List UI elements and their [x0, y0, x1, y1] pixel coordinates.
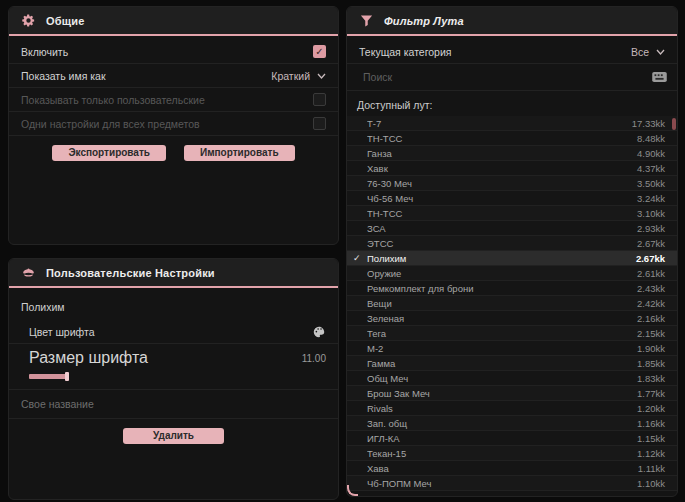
panel-corner-accent: [347, 485, 358, 496]
custom-name-input[interactable]: [9, 390, 338, 418]
category-dropdown[interactable]: Все: [631, 46, 665, 58]
panel-custom-title: Пользовательские Настройки: [46, 267, 215, 279]
loot-item-name: Оружие: [367, 268, 637, 279]
delete-row: Удалить: [9, 419, 338, 452]
loot-row[interactable]: Гамма1.85kk: [347, 356, 677, 371]
export-import-row: Экспортировать Импортировать: [9, 136, 338, 169]
category-row: Текущая категория Все: [347, 40, 677, 64]
loot-item-name: Ремкомплект для брони: [367, 283, 637, 294]
loot-row[interactable]: Тега2.15kk: [347, 326, 677, 341]
category-value: Все: [631, 46, 649, 58]
keyboard-icon[interactable]: [652, 72, 667, 82]
only-custom-row: Показывать только пользовательские: [9, 88, 338, 112]
search-input[interactable]: [347, 64, 652, 90]
slider-fill: [29, 374, 67, 379]
loot-item-value: 1.12kk: [637, 448, 665, 459]
loot-row[interactable]: Хавк4.37kk: [347, 161, 677, 176]
panel-general-header: Общие: [9, 7, 338, 36]
panel-custom-header: Пользовательские Настройки: [9, 259, 338, 288]
enable-label: Включить: [21, 46, 68, 58]
loot-row[interactable]: Вещи2.42kk: [347, 296, 677, 311]
loot-row[interactable]: Оружие2.61kk: [347, 266, 677, 281]
loot-item-value: 2.16kk: [637, 313, 665, 324]
loot-row[interactable]: Чб-56 Меч3.24kk: [347, 191, 677, 206]
show-name-dropdown[interactable]: Краткий: [271, 70, 326, 82]
single-settings-label: Одни настройки для всех предметов: [21, 118, 200, 130]
loot-item-name: Полихим: [367, 253, 636, 264]
import-button[interactable]: Импортировать: [184, 145, 295, 161]
loot-row[interactable]: ИГЛ-КА1.15kk: [347, 431, 677, 446]
single-settings-row: Одни настройки для всех предметов: [9, 112, 338, 136]
loot-item-value: 17.33kk: [632, 118, 665, 129]
loot-item-name: Ганза: [367, 148, 637, 159]
scrollbar-thumb[interactable]: [672, 118, 676, 130]
loot-row[interactable]: Хава1.11kk: [347, 461, 677, 476]
loot-row[interactable]: М-21.90kk: [347, 341, 677, 356]
loot-item-value: 8.48kk: [637, 133, 665, 144]
loot-item-value: 2.15kk: [637, 328, 665, 339]
loot-row[interactable]: Текан-151.12kk: [347, 446, 677, 461]
loot-item-name: ЭТСС: [367, 238, 637, 249]
loot-item-name: ТН-ТСС: [367, 208, 637, 219]
loot-row[interactable]: Rivals1.20kk: [347, 401, 677, 416]
show-name-value: Краткий: [271, 70, 310, 82]
gear-icon: [21, 13, 36, 28]
loot-row[interactable]: Зап. общ1.16kk: [347, 416, 677, 431]
font-color-row: Цвет шрифта: [9, 320, 338, 344]
loot-row[interactable]: ЭТСС2.67kk: [347, 236, 677, 251]
loot-item-value: 1.85kk: [637, 358, 665, 369]
loot-item-value: 2.43kk: [637, 283, 665, 294]
panel-filter-title: Фильтр Лута: [384, 15, 464, 27]
loot-row[interactable]: ✓Полихим2.67kk: [347, 251, 677, 266]
show-name-row: Показать имя как Краткий: [9, 64, 338, 88]
only-custom-checkbox[interactable]: [313, 93, 326, 106]
loot-item-name: Брош Зак Меч: [367, 388, 637, 399]
loot-item-value: 2.67kk: [637, 238, 665, 249]
loot-item-name: Зап. общ: [367, 418, 637, 429]
loot-row[interactable]: Ремкомплект для брони2.43kk: [347, 281, 677, 296]
loot-row[interactable]: Ганза4.90kk: [347, 146, 677, 161]
loot-item-value: 3.50kk: [637, 178, 665, 189]
search-row: [347, 64, 677, 91]
loot-row[interactable]: Общ Меч1.83kk: [347, 371, 677, 386]
delete-button[interactable]: Удалить: [123, 428, 224, 444]
loot-item-name: Зеленая: [367, 313, 637, 324]
only-custom-label: Показывать только пользовательские: [21, 94, 205, 106]
loot-row[interactable]: ТН-ТСС8.48kk: [347, 131, 677, 146]
panel-filter-body: Текущая категория Все Доступный лут: Т-7…: [347, 36, 677, 491]
loot-item-name: Чб-ПОПМ Меч: [367, 478, 637, 489]
loot-row[interactable]: ТН-ТСС3.10kk: [347, 206, 677, 221]
loot-item-name: Чб-56 Меч: [367, 193, 637, 204]
loot-row[interactable]: Зеленая2.16kk: [347, 311, 677, 326]
panel-general-body: Включить ✓ Показать имя как Краткий Пока…: [9, 36, 338, 169]
font-size-label: Размер шрифта: [29, 349, 148, 367]
loot-row[interactable]: Чб-ПОПМ Меч1.10kk: [347, 476, 677, 491]
loot-item-value: 1.10kk: [637, 478, 665, 489]
custom-name-row: [9, 390, 338, 419]
palette-icon[interactable]: [312, 325, 326, 339]
loot-row[interactable]: ЗСА2.93kk: [347, 221, 677, 236]
panel-custom-settings: Пользовательские Настройки Полихим Цвет …: [8, 258, 339, 500]
slider-handle[interactable]: [65, 372, 69, 381]
single-settings-checkbox[interactable]: [313, 117, 326, 130]
loot-item-value: 2.93kk: [637, 223, 665, 234]
enable-row: Включить ✓: [9, 40, 338, 64]
font-size-value: 11.00: [302, 353, 326, 364]
loot-row[interactable]: Брош Зак Меч1.77kk: [347, 386, 677, 401]
font-size-slider[interactable]: [29, 372, 326, 381]
loot-item-value: 1.16kk: [637, 418, 665, 429]
loot-item-name: М-2: [367, 343, 637, 354]
loot-item-value: 1.90kk: [637, 343, 665, 354]
enable-checkbox[interactable]: ✓: [313, 45, 326, 58]
loot-row[interactable]: Т-717.33kk: [347, 116, 677, 131]
loot-item-value: 1.77kk: [637, 388, 665, 399]
loot-item-name: Тега: [367, 328, 637, 339]
loot-item-value: 4.37kk: [637, 163, 665, 174]
check-icon: ✓: [353, 253, 367, 263]
loot-item-name: Текан-15: [367, 448, 637, 459]
loot-item-value: 1.83kk: [637, 373, 665, 384]
export-button[interactable]: Экспортировать: [52, 145, 166, 161]
loot-item-name: ТН-ТСС: [367, 133, 637, 144]
font-size-row: Размер шрифта 11.00: [9, 344, 338, 390]
loot-row[interactable]: 76-30 Меч3.50kk: [347, 176, 677, 191]
